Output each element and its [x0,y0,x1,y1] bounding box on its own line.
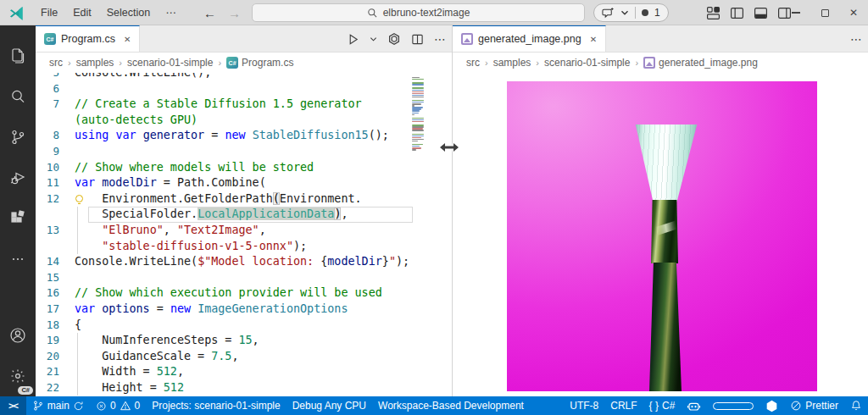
menu-edit[interactable]: Edit [65,0,99,25]
code-row[interactable]: (auto-detects GPU) [36,113,413,129]
workspace-status[interactable]: Workspace-Based Development [372,396,530,415]
copilot-status[interactable] [681,396,707,415]
editor-actions-more[interactable]: ⋯ [850,32,863,46]
bell-icon [850,400,862,412]
code-row[interactable]: 17var options = new ImageGenerationOptio… [36,302,413,318]
breadcrumb-src[interactable]: src [49,57,63,69]
tab-generated-image[interactable]: generated_image.png ✕ [453,25,606,52]
progress-pill-icon [713,402,754,410]
breadcrumb-file[interactable]: C#Program.cs [226,57,293,69]
breadcrumb-scenario[interactable]: scenario-01-simple [544,57,630,69]
projects-status[interactable]: Projects: scenario-01-simple [146,396,286,415]
minimize-button[interactable] [782,0,810,25]
warning-icon [120,400,131,412]
split-editor-icon[interactable] [411,33,424,46]
breadcrumb-scenario[interactable]: scenario-01-simple [127,57,213,69]
chevron-down-icon [620,8,629,17]
go-forward-button[interactable]: → [228,6,241,20]
error-icon [96,401,107,412]
notification-dot-icon [642,9,648,16]
breadcrumb-separator: › [485,58,488,68]
menu-selection[interactable]: Selection [99,0,158,25]
tab-close-icon[interactable]: ✕ [590,35,597,44]
go-back-button[interactable]: ← [203,6,216,20]
vscode-logo-icon [8,4,25,21]
code-row[interactable]: 15 [36,270,413,286]
run-chevron-icon[interactable] [370,36,377,43]
code-row[interactable]: 19 NumInferenceSteps = 15, [36,333,413,349]
breadcrumb: src› samples› scenario-01-simple› C#Prog… [36,53,452,73]
sidebar-item-source-control[interactable] [0,117,36,158]
search-icon [367,8,378,19]
title-bar: File Edit Selection ⋯ ← → elbruno-text2i… [0,0,868,25]
tab-program-cs[interactable]: C# Program.cs ✕ [36,25,140,52]
code-row[interactable]: 22 Height = 512 [36,380,413,396]
branch-status[interactable]: main [26,396,90,415]
breadcrumb: src› samples› scenario-01-simple› genera… [453,53,868,73]
sidebar-item-extensions[interactable] [0,198,36,239]
slash-circle-icon [790,400,802,412]
remote-icon: >< [8,401,18,411]
restore-button[interactable] [810,0,839,25]
prettier-status[interactable]: Prettier [784,396,844,415]
code-row[interactable]: "stable-diffusion-v1-5-onnx"); [36,239,413,255]
breadcrumb-samples[interactable]: samples [493,57,531,69]
breadcrumb-src[interactable]: src [466,57,480,69]
accounts-button[interactable] [0,315,36,356]
command-center-search[interactable]: elbruno-text2image [252,3,585,22]
image-preview [453,73,868,396]
sidebar-item-explorer[interactable] [0,36,36,76]
close-icon: ✕ [849,7,858,19]
csharp-devkit-status[interactable]: C# [760,396,784,415]
menu-overflow[interactable]: ⋯ [158,0,184,25]
language-loading-status[interactable] [707,396,760,415]
menu-file[interactable]: File [33,0,65,25]
lightbulb-icon[interactable] [75,195,83,202]
encoding-status[interactable]: UTF-8 [564,396,604,415]
notifications-bell[interactable] [844,396,868,415]
language-status[interactable]: { } C# [643,396,682,415]
minimize-icon [792,12,800,13]
editor-actions-more[interactable]: ⋯ [434,32,447,46]
close-button[interactable]: ✕ [839,0,868,25]
gear-icon [8,366,28,386]
breadcrumb-file[interactable]: generated_image.png [643,57,758,69]
git-branch-icon [32,400,44,412]
code-row[interactable]: 14Console.WriteLine($"Model location: {m… [36,254,413,270]
activity-bar-more[interactable] [0,239,36,279]
code-row[interactable]: 5Console.WriteLine(); [36,73,413,81]
editor-group-code: C# Program.cs ✕ ⋯ src› samples› scenario… [36,25,452,396]
tab-close-icon[interactable]: ✕ [124,35,131,44]
source-control-icon [8,127,28,147]
code-row[interactable]: 16// Show which execution provider will … [36,285,413,302]
copilot-menu[interactable]: 1 [593,3,669,22]
debug-config-status[interactable]: Debug Any CPU [287,396,372,415]
sidebar-item-run-debug[interactable] [0,158,36,198]
code-row[interactable]: 6 [36,81,413,97]
breadcrumb-samples[interactable]: samples [76,57,114,69]
customize-layout-icon[interactable] [706,6,721,20]
code-row[interactable]: 9 [36,144,413,160]
code-row[interactable]: 11var modelDir = Path.Combine( [36,175,413,191]
code-row[interactable]: 10// Show where models will be stored [36,160,413,176]
code-row[interactable]: 7// Create a Stable Diffusion 1.5 genera… [36,97,413,113]
code-editor[interactable]: 5Console.WriteLine();67// Create a Stabl… [36,73,452,396]
run-button[interactable] [347,33,359,46]
toggle-panel-icon[interactable] [754,6,768,20]
minimap[interactable] [412,77,424,151]
code-row[interactable]: 21 Width = 512, [36,364,413,380]
code-row[interactable]: 20 GuidanceScale = 7.5, [36,349,413,365]
remote-indicator[interactable]: >< [0,396,26,415]
code-row[interactable]: 12 Environment.GetFolderPath(Environment… [36,191,413,208]
sidebar-item-search[interactable] [0,76,36,117]
code-row[interactable]: 18{ [36,318,413,334]
code-row[interactable]: 8using var generator = new StableDiffusi… [36,128,413,144]
toggle-primary-sidebar-icon[interactable] [730,6,744,20]
settings-button[interactable]: C# [0,356,36,396]
code-row[interactable]: 13 "ElBruno", "Text2Image", [36,223,413,239]
problems-status[interactable]: 0 0 [90,396,146,415]
brackets-icon: { } [649,400,659,412]
eol-status[interactable]: CRLF [604,396,643,415]
chatgpt-extension-icon[interactable] [387,32,401,46]
code-row[interactable]: SpecialFolder.LocalApplicationData), [36,207,413,223]
